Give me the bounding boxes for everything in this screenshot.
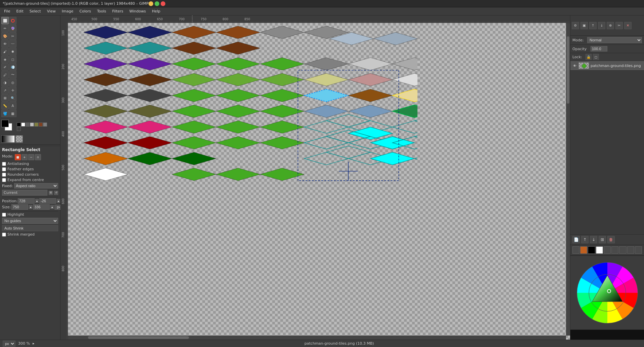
airbrush-tool[interactable]: 💨 bbox=[9, 63, 16, 71]
color-wheel-svg[interactable] bbox=[575, 261, 639, 325]
ink-tool[interactable]: 🖊 bbox=[1, 71, 9, 78]
rect-select-tool[interactable]: ⬜ bbox=[1, 17, 9, 24]
antialiasing-checkbox[interactable] bbox=[2, 162, 6, 166]
blend-tool[interactable]: ▦ bbox=[9, 110, 16, 117]
maximize-button[interactable] bbox=[155, 1, 159, 6]
canvas-viewport[interactable] bbox=[68, 23, 570, 340]
color-tool-btn-4[interactable] bbox=[596, 246, 603, 254]
fixed-select[interactable]: Aspect ratio bbox=[14, 183, 58, 188]
menu-filters[interactable]: Filters bbox=[110, 8, 126, 14]
v-scrollbar-thumb[interactable] bbox=[567, 36, 569, 104]
swatch-brown[interactable] bbox=[39, 123, 43, 127]
color-tool-btn-9[interactable] bbox=[635, 246, 642, 254]
swatch-dark[interactable] bbox=[17, 127, 21, 131]
opacity-input[interactable] bbox=[591, 46, 607, 51]
paths-tool[interactable]: 〰 bbox=[9, 40, 16, 47]
ellipse-select-tool[interactable]: ⭕ bbox=[9, 17, 16, 24]
paint-tool[interactable]: 🖌 bbox=[1, 48, 9, 55]
swatch-gray[interactable] bbox=[26, 123, 30, 127]
menu-file[interactable]: File bbox=[1, 8, 13, 14]
layer-move-down-button[interactable]: ↓ bbox=[590, 236, 597, 243]
blend-mode-select[interactable]: Normal bbox=[587, 37, 642, 43]
menu-windows[interactable]: Windows bbox=[127, 8, 149, 14]
v-scrollbar[interactable] bbox=[566, 23, 570, 336]
current-reset-btn[interactable]: ↺ bbox=[54, 191, 58, 195]
lock-alpha-btn[interactable]: ◻ bbox=[593, 54, 599, 60]
menu-colors[interactable]: Colors bbox=[77, 8, 93, 14]
layer-move-up-button[interactable]: ↑ bbox=[581, 236, 589, 243]
menu-edit[interactable]: Edit bbox=[13, 8, 26, 14]
menu-image[interactable]: Image bbox=[59, 8, 76, 14]
swatch-black[interactable] bbox=[17, 123, 21, 127]
size-w-spin-up[interactable]: ▲ bbox=[29, 205, 32, 209]
feather-edges-checkbox[interactable] bbox=[2, 167, 6, 171]
menu-help[interactable]: Help bbox=[149, 8, 163, 14]
foreground-color-swatch[interactable] bbox=[1, 120, 9, 127]
right-tool-4[interactable]: ↓ bbox=[598, 22, 605, 29]
measure-tool[interactable]: 📏 bbox=[1, 102, 9, 109]
menu-view[interactable]: View bbox=[44, 8, 58, 14]
right-tool-6[interactable]: ✂ bbox=[615, 22, 623, 29]
mode-replace-btn[interactable]: ■ bbox=[15, 154, 21, 160]
new-layer-button[interactable]: 📄 bbox=[572, 236, 580, 243]
free-select-tool[interactable]: ✏️ bbox=[1, 25, 9, 32]
position-x-spin-up[interactable]: ▲ bbox=[35, 199, 39, 203]
close-button[interactable] bbox=[161, 1, 165, 6]
right-tool-1[interactable]: ⚙ bbox=[572, 22, 579, 29]
size-h-input[interactable] bbox=[33, 204, 50, 210]
blur-sharpen-tool[interactable]: ◎ bbox=[9, 79, 16, 86]
color-tool-btn-8[interactable] bbox=[627, 246, 634, 254]
zoom-tool[interactable]: 🔍 bbox=[9, 94, 16, 102]
duplicate-layer-button[interactable]: ⊞ bbox=[599, 236, 606, 243]
highlight-checkbox[interactable] bbox=[2, 213, 6, 217]
swatch-white[interactable] bbox=[21, 123, 25, 127]
auto-shrink-button[interactable]: Auto Shrink bbox=[2, 225, 58, 231]
gradient-preview[interactable] bbox=[1, 135, 15, 143]
expand-from-centre-checkbox[interactable] bbox=[2, 178, 6, 182]
right-tool-5[interactable]: ⊕ bbox=[607, 22, 614, 29]
guides-select[interactable]: No guides bbox=[2, 218, 58, 224]
swatch-mid[interactable] bbox=[43, 123, 47, 127]
h-scrollbar[interactable] bbox=[68, 336, 566, 340]
color-tool-btn-1[interactable] bbox=[572, 246, 579, 254]
canvas-area[interactable]: 450 500 550 600 650 700 750 800 850 100 … bbox=[61, 15, 570, 340]
color-tool-btn-2[interactable] bbox=[580, 246, 587, 254]
scissors-select-tool[interactable]: ✂ bbox=[9, 32, 16, 40]
pencil-tool[interactable]: ✐ bbox=[1, 63, 9, 71]
position-y-spin-up[interactable]: ▲ bbox=[57, 199, 60, 203]
dodge-burn-tool[interactable]: ◑ bbox=[1, 79, 9, 86]
swatch-lightgray[interactable] bbox=[30, 123, 34, 127]
right-tool-close[interactable]: ✕ bbox=[624, 22, 632, 29]
eraser-tool[interactable]: ◻ bbox=[9, 56, 16, 63]
size-w-input[interactable] bbox=[11, 204, 28, 210]
current-chain-btn[interactable]: ⛓ bbox=[49, 191, 53, 195]
bucket-fill-tool[interactable]: 🪣 bbox=[1, 110, 9, 117]
transform-tool[interactable]: ↗ bbox=[1, 86, 9, 94]
lock-pixels-btn[interactable]: 🔒 bbox=[586, 54, 592, 60]
heal-tool[interactable]: ✱ bbox=[9, 48, 16, 55]
minimize-button[interactable] bbox=[149, 1, 153, 6]
position-y-input[interactable] bbox=[39, 198, 56, 204]
layer-item[interactable]: 👁 patchman-ground-tiles.png bbox=[570, 61, 644, 71]
h-scrollbar-thumb[interactable] bbox=[88, 336, 189, 339]
menu-tools[interactable]: Tools bbox=[94, 8, 109, 14]
layer-visibility-icon[interactable]: 👁 bbox=[572, 63, 577, 68]
swatch-olive[interactable] bbox=[34, 123, 38, 127]
foreground-select-tool[interactable]: 👁 bbox=[1, 40, 9, 47]
clone-tool[interactable]: ◈ bbox=[1, 56, 9, 63]
delete-layer-button[interactable]: 🗑 bbox=[607, 236, 615, 243]
crop-tool[interactable]: ⊠ bbox=[1, 94, 9, 102]
text-tool[interactable]: A bbox=[9, 102, 16, 109]
pattern-preview[interactable] bbox=[15, 135, 23, 143]
right-tool-2[interactable]: ▣ bbox=[580, 22, 588, 29]
mode-subtract-btn[interactable]: − bbox=[28, 154, 34, 160]
shrink-merged-checkbox[interactable] bbox=[2, 233, 6, 237]
move-tool[interactable]: ✛ bbox=[9, 86, 16, 94]
canvas-content[interactable] bbox=[68, 23, 417, 275]
mode-intersect-btn[interactable]: ∩ bbox=[35, 154, 41, 160]
color-tool-btn-7[interactable] bbox=[619, 246, 626, 254]
color-tool-btn-3[interactable] bbox=[588, 246, 595, 254]
mode-add-btn[interactable]: + bbox=[22, 154, 28, 160]
right-tool-3[interactable]: ↑ bbox=[589, 22, 597, 29]
fuzzy-select-tool[interactable]: 🔮 bbox=[9, 25, 16, 32]
